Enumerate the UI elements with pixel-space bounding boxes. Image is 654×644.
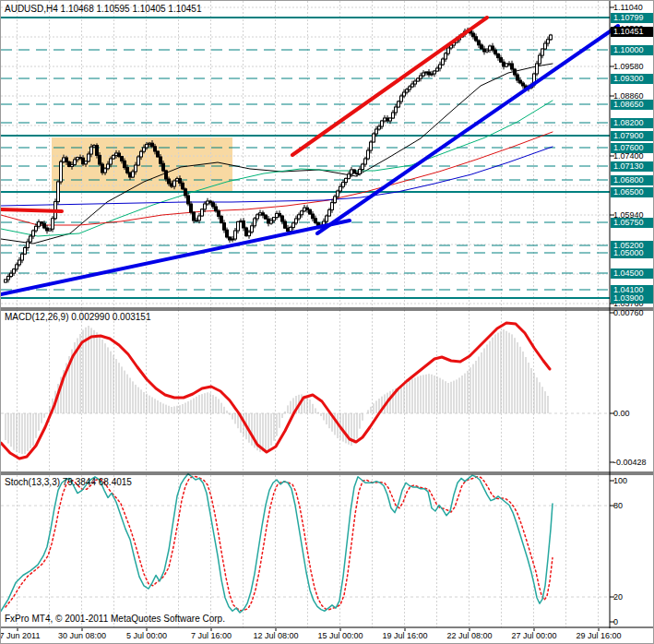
candle-body	[337, 191, 339, 197]
candle-body	[198, 216, 201, 221]
candle-body	[481, 45, 483, 49]
candle-body	[256, 215, 259, 219]
candle-body	[223, 223, 226, 231]
candle-body	[32, 231, 35, 236]
candle-body	[364, 159, 367, 164]
candle-body	[10, 273, 13, 276]
candle-body	[179, 179, 182, 184]
candle-body	[118, 153, 121, 157]
candle-body	[445, 54, 447, 59]
price-level-badge: 1.09300	[611, 74, 653, 84]
macd-tick-label: 0.00	[613, 409, 630, 418]
candle-body	[7, 277, 10, 280]
candle-body	[124, 161, 126, 167]
candle-body	[107, 164, 110, 169]
price-level-badge: 1.07600	[611, 143, 653, 153]
candle-body	[334, 197, 337, 203]
price-level-badge: 1.07900	[611, 131, 653, 141]
candle-body	[173, 181, 176, 186]
time-axis-label: 5 Jul 00:00	[126, 631, 167, 640]
candle-body	[544, 43, 547, 49]
candle-body	[342, 183, 345, 187]
candle-body	[104, 169, 107, 173]
time-axis-label: 19 Jul 16:00	[382, 631, 427, 640]
candle-body	[43, 223, 46, 228]
candle-body	[348, 174, 351, 179]
candle-body	[96, 146, 99, 156]
stoch-indicator-label: Stoch(13,3,3) 79.3844 68.4015	[5, 477, 132, 487]
time-axis-label: 7 Jul 16:00	[191, 631, 232, 640]
highlight-rectangle	[52, 137, 232, 192]
stoch-main-line	[1, 474, 553, 613]
candle-body	[146, 144, 149, 148]
candle-body	[52, 219, 54, 229]
stoch-tick-label: 0	[613, 617, 618, 626]
candle-body	[57, 182, 60, 202]
candle-body	[110, 159, 113, 164]
candle-body	[165, 171, 168, 179]
candle-body	[514, 69, 517, 75]
symbol-ohlc-title: AUDUSD,H4 1.10468 1.10595 1.10405 1.1045…	[5, 4, 202, 14]
candle-body	[312, 214, 315, 219]
candle-body	[511, 64, 514, 69]
price-level-badge: 1.08200	[611, 118, 653, 128]
uptrend-blue-long	[1, 221, 350, 294]
candle-body	[140, 151, 143, 157]
price-level-badge: 1.10000	[611, 45, 653, 55]
candle-body	[326, 216, 328, 221]
copyright-text: FxPro MT4, © 2001-2011 MetaQuotes Softwa…	[5, 614, 225, 624]
macd-indicator-label: MACD(12,26,9) 0.002990 0.003151	[5, 312, 150, 322]
macd-tick-label: 0.00760	[613, 308, 644, 317]
candle-body	[157, 151, 160, 157]
candle-body	[339, 186, 342, 191]
candle-body	[541, 49, 544, 55]
time-axis-label: 27 Jul 00:00	[511, 631, 556, 640]
candle-body	[65, 158, 68, 162]
candle-body	[234, 231, 237, 239]
candle-body	[220, 216, 223, 222]
chart-canvas[interactable]	[1, 1, 654, 644]
candle-body	[13, 269, 16, 273]
candle-body	[24, 248, 27, 255]
candle-body	[370, 142, 373, 150]
current-price-badge: 1.10451	[611, 27, 653, 37]
uptrend-blue-steep	[317, 26, 618, 233]
candle-body	[187, 196, 190, 204]
candle-body	[472, 33, 475, 37]
candle-body	[536, 64, 539, 74]
candle-body	[362, 164, 364, 170]
candle-body	[284, 221, 287, 228]
price-tick-label: 1.11040	[613, 3, 643, 12]
candle-body	[517, 75, 519, 80]
candle-body	[494, 50, 497, 54]
candle-body	[367, 150, 370, 159]
candle-body	[478, 41, 481, 45]
candle-body	[35, 226, 38, 231]
price-level-badge: 1.03900	[611, 293, 653, 304]
candle-body	[301, 211, 303, 215]
stoch-tick-label: 80	[613, 501, 623, 510]
candle-body	[439, 65, 442, 68]
price-level-badge: 1.04500	[611, 268, 653, 279]
candle-body	[331, 203, 334, 210]
time-axis-label: 15 Jul 00:00	[317, 631, 363, 640]
candle-body	[212, 203, 215, 207]
candle-body	[162, 163, 165, 171]
mt4-chart-window: AUDUSD,H4 1.10468 1.10595 1.10405 1.1045…	[0, 0, 654, 644]
candle-body	[497, 54, 500, 57]
candle-body	[184, 189, 187, 196]
candle-body	[243, 221, 245, 229]
candle-body	[475, 37, 478, 41]
candle-body	[273, 218, 276, 221]
candle-body	[447, 48, 450, 54]
candle-body	[151, 143, 154, 147]
candle-body	[248, 232, 251, 235]
time-axis-label: 27 Jun 2011	[0, 631, 40, 640]
candle-body	[392, 113, 395, 118]
candle-body	[90, 147, 93, 154]
candle-body	[154, 147, 157, 151]
candle-body	[137, 157, 140, 165]
candle-body	[290, 227, 292, 231]
price-level-badge: 1.06500	[611, 187, 653, 197]
candle-body	[30, 236, 32, 242]
